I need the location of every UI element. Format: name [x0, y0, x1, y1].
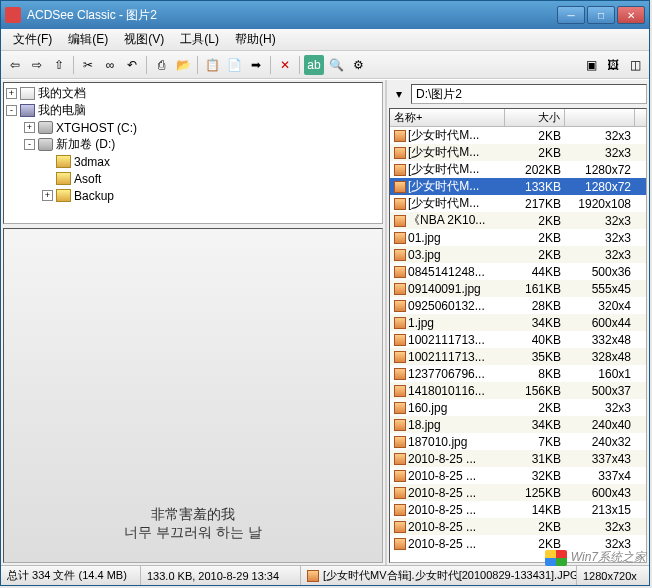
- file-size: 44KB: [505, 265, 565, 279]
- delete-button[interactable]: ✕: [275, 55, 295, 75]
- file-size: 2KB: [505, 129, 565, 143]
- file-row[interactable]: 1418010116...156KB500x37: [390, 382, 646, 399]
- file-dimensions: 32x3: [565, 214, 635, 228]
- file-name: 18.jpg: [408, 418, 441, 432]
- file-name: [少女时代M...: [408, 127, 479, 144]
- file-size: 40KB: [505, 333, 565, 347]
- file-size: 125KB: [505, 486, 565, 500]
- file-name: 2010-8-25 ...: [408, 452, 476, 466]
- expand-toggle[interactable]: +: [24, 122, 35, 133]
- image-file-icon: [394, 351, 406, 363]
- file-row[interactable]: 1002111713...35KB328x48: [390, 348, 646, 365]
- expand-toggle[interactable]: +: [42, 190, 53, 201]
- file-name: 09140091.jpg: [408, 282, 481, 296]
- slideshow-button[interactable]: ▣: [581, 55, 601, 75]
- file-row[interactable]: 0925060132...28KB320x4: [390, 297, 646, 314]
- file-row[interactable]: [少女时代M...133KB1280x72: [390, 178, 646, 195]
- options-button[interactable]: ⚙: [348, 55, 368, 75]
- file-name: [少女时代M...: [408, 195, 479, 212]
- tree-node[interactable]: +Backup: [6, 187, 380, 204]
- file-row[interactable]: [少女时代M...2KB32x3: [390, 144, 646, 161]
- forward-button[interactable]: ⇨: [27, 55, 47, 75]
- tree-label: Asoft: [74, 172, 101, 186]
- tree-node[interactable]: -新加卷 (D:): [6, 136, 380, 153]
- mode-button[interactable]: ◫: [625, 55, 645, 75]
- file-list-header[interactable]: 名称+ 大小: [390, 109, 646, 127]
- folder-icon: [56, 189, 71, 202]
- file-list[interactable]: 名称+ 大小 [少女时代M...2KB32x3[少女时代M...2KB32x3[…: [389, 108, 647, 563]
- menu-tools[interactable]: 工具(L): [172, 29, 227, 50]
- file-name: 160.jpg: [408, 401, 447, 415]
- windows-flag-icon: [545, 550, 567, 566]
- tree-node[interactable]: Asoft: [6, 170, 380, 187]
- menu-edit[interactable]: 编辑(E): [60, 29, 116, 50]
- move-button[interactable]: ➡: [246, 55, 266, 75]
- file-row[interactable]: [少女时代M...217KB1920x108: [390, 195, 646, 212]
- col-dim[interactable]: [565, 109, 635, 126]
- image-file-icon: [394, 300, 406, 312]
- col-name[interactable]: 名称+: [390, 109, 505, 126]
- file-row[interactable]: 03.jpg2KB32x3: [390, 246, 646, 263]
- file-dimensions: 328x48: [565, 350, 635, 364]
- path-input[interactable]: [411, 84, 647, 104]
- tree-node[interactable]: -我的电脑: [6, 102, 380, 119]
- file-row[interactable]: 2010-8-25 ...125KB600x43: [390, 484, 646, 501]
- back-button[interactable]: ⇦: [5, 55, 25, 75]
- file-row[interactable]: 2010-8-25 ...2KB32x3: [390, 518, 646, 535]
- col-size[interactable]: 大小: [505, 109, 565, 126]
- file-row[interactable]: 18.jpg34KB240x40: [390, 416, 646, 433]
- file-row[interactable]: [少女时代M...2KB32x3: [390, 127, 646, 144]
- menu-help[interactable]: 帮助(H): [227, 29, 284, 50]
- file-row[interactable]: 160.jpg2KB32x3: [390, 399, 646, 416]
- expand-toggle[interactable]: -: [24, 139, 35, 150]
- up-button[interactable]: ⇧: [49, 55, 69, 75]
- tree-node[interactable]: +我的文档: [6, 85, 380, 102]
- find-button[interactable]: 🔍: [326, 55, 346, 75]
- folder-tree[interactable]: +我的文档-我的电脑+XTGHOST (C:)-新加卷 (D:)3dmaxAso…: [3, 82, 383, 224]
- menu-view[interactable]: 视图(V): [116, 29, 172, 50]
- file-row[interactable]: 09140091.jpg161KB555x45: [390, 280, 646, 297]
- expand-toggle[interactable]: +: [6, 88, 17, 99]
- file-dimensions: 337x43: [565, 452, 635, 466]
- menu-file[interactable]: 文件(F): [5, 29, 60, 50]
- file-name: 03.jpg: [408, 248, 441, 262]
- tree-node[interactable]: 3dmax: [6, 153, 380, 170]
- path-dropdown-icon[interactable]: ▾: [389, 84, 409, 104]
- file-size: 2KB: [505, 401, 565, 415]
- tree-node[interactable]: +XTGHOST (C:): [6, 119, 380, 136]
- maximize-button[interactable]: □: [587, 6, 615, 24]
- copy-button[interactable]: 📋: [202, 55, 222, 75]
- file-size: 2KB: [505, 214, 565, 228]
- file-row[interactable]: [少女时代M...202KB1280x72: [390, 161, 646, 178]
- undo-button[interactable]: ↶: [122, 55, 142, 75]
- file-name: 2010-8-25 ...: [408, 503, 476, 517]
- file-row[interactable]: 01.jpg2KB32x3: [390, 229, 646, 246]
- drive-icon: [38, 121, 53, 134]
- status-dimensions: 1280x720x: [577, 566, 649, 585]
- file-dimensions: 32x3: [565, 520, 635, 534]
- close-button[interactable]: ✕: [617, 6, 645, 24]
- wallpaper-button[interactable]: 🖼: [603, 55, 623, 75]
- cut-button[interactable]: ✂: [78, 55, 98, 75]
- file-row[interactable]: 1237706796...8KB160x1: [390, 365, 646, 382]
- link-button[interactable]: ∞: [100, 55, 120, 75]
- image-file-icon: [394, 538, 406, 550]
- file-row[interactable]: 1002111713...40KB332x48: [390, 331, 646, 348]
- subtitle-line1: 非常害羞的我: [4, 506, 382, 524]
- file-name: 0845141248...: [408, 265, 485, 279]
- expand-toggle[interactable]: -: [6, 105, 17, 116]
- file-row[interactable]: 187010.jpg7KB240x32: [390, 433, 646, 450]
- file-row[interactable]: 2010-8-25 ...14KB213x15: [390, 501, 646, 518]
- file-row[interactable]: 2010-8-25 ...32KB337x4: [390, 467, 646, 484]
- file-row[interactable]: 1.jpg34KB600x44: [390, 314, 646, 331]
- file-size: 2KB: [505, 520, 565, 534]
- paste-button[interactable]: 📄: [224, 55, 244, 75]
- menu-bar: 文件(F) 编辑(E) 视图(V) 工具(L) 帮助(H): [1, 29, 649, 51]
- minimize-button[interactable]: ─: [557, 6, 585, 24]
- open-button[interactable]: 📂: [173, 55, 193, 75]
- rename-button[interactable]: ab: [304, 55, 324, 75]
- print-button[interactable]: ⎙: [151, 55, 171, 75]
- file-row[interactable]: 0845141248...44KB500x36: [390, 263, 646, 280]
- file-row[interactable]: 2010-8-25 ...31KB337x43: [390, 450, 646, 467]
- file-row[interactable]: 《NBA 2K10...2KB32x3: [390, 212, 646, 229]
